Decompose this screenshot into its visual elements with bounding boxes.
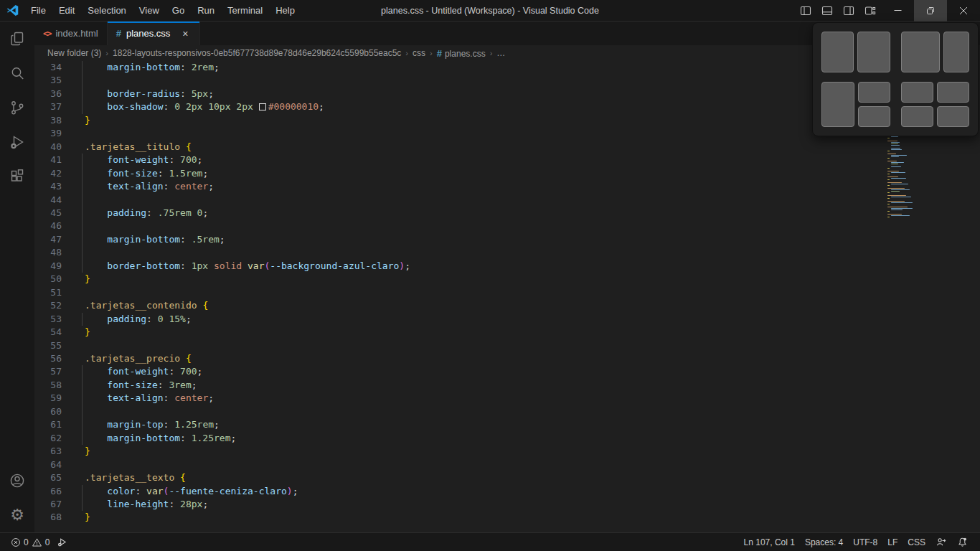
code-line-53[interactable]: 53 padding: 0 15%; bbox=[34, 313, 980, 326]
line-number: 66 bbox=[34, 485, 79, 498]
indent-guide bbox=[82, 485, 83, 498]
toggle-sidebar-button[interactable] bbox=[795, 0, 816, 22]
breadcrumb-label: … bbox=[496, 48, 505, 58]
tab-index.html[interactable]: <>index.html bbox=[34, 22, 108, 45]
code-line-64[interactable]: 64 bbox=[34, 458, 980, 471]
code-line-50[interactable]: 50} bbox=[34, 273, 980, 286]
customize-layout-button[interactable] bbox=[859, 0, 881, 22]
code-line-46[interactable]: 46 bbox=[34, 220, 980, 232]
code-line-45[interactable]: 45 padding: .75rem 0; bbox=[34, 207, 980, 220]
line-number: 65 bbox=[34, 471, 79, 484]
line-content: font-size: 3rem; bbox=[79, 379, 197, 392]
code-line-59[interactable]: 59 text-align: center; bbox=[34, 392, 980, 405]
code-line-62[interactable]: 62 margin-bottom: 1.25rem; bbox=[34, 432, 980, 445]
encoding-status[interactable]: UTF-8 bbox=[848, 534, 882, 550]
code-line-44[interactable]: 44 bbox=[34, 194, 980, 207]
code-line-58[interactable]: 58 font-size: 3rem; bbox=[34, 379, 980, 392]
run-debug-icon[interactable] bbox=[0, 125, 34, 159]
explorer-icon[interactable] bbox=[0, 22, 34, 56]
menu-edit[interactable]: Edit bbox=[52, 0, 81, 22]
problems-status[interactable]: 0 0 bbox=[7, 534, 53, 550]
code-line-56[interactable]: 56.tarjetas__precio { bbox=[34, 352, 980, 365]
code-line-42[interactable]: 42 font-size: 1.5rem; bbox=[34, 167, 980, 180]
notifications-bell-icon[interactable] bbox=[952, 534, 973, 550]
code-line-47[interactable]: 47 margin-bottom: .5rem; bbox=[34, 233, 980, 246]
indent-guide bbox=[82, 260, 83, 273]
minimap[interactable] bbox=[887, 136, 930, 218]
line-content: } bbox=[79, 445, 90, 458]
line-content: margin-bottom: .5rem; bbox=[79, 233, 225, 246]
breadcrumb-separator-icon: › bbox=[103, 49, 111, 57]
code-line-55[interactable]: 55 bbox=[34, 339, 980, 352]
toggle-panel-button[interactable] bbox=[816, 0, 838, 22]
snap-option-quad-grid[interactable] bbox=[901, 82, 970, 128]
code-line-54[interactable]: 54} bbox=[34, 326, 980, 339]
line-content: margin-top: 1.25rem; bbox=[79, 418, 220, 431]
status-bar: 0 0 Ln 107, Col 1 Spaces: 4 UTF-8 LF CSS bbox=[0, 532, 980, 551]
tab-planes.css[interactable]: #planes.css× bbox=[108, 22, 201, 45]
search-icon[interactable] bbox=[0, 56, 34, 90]
menu-file[interactable]: File bbox=[24, 0, 52, 22]
menu-selection[interactable]: Selection bbox=[81, 0, 132, 22]
source-control-icon[interactable] bbox=[0, 90, 34, 125]
code-line-51[interactable]: 51 bbox=[34, 286, 980, 299]
toggle-secondary-sidebar-button[interactable] bbox=[838, 0, 859, 22]
code-line-57[interactable]: 57 font-weight: 700; bbox=[34, 365, 980, 378]
line-content bbox=[79, 246, 85, 259]
run-status-icon[interactable] bbox=[53, 534, 72, 550]
css-file-icon: # bbox=[116, 28, 121, 39]
restore-button[interactable] bbox=[914, 0, 947, 22]
code-line-49[interactable]: 49 border-bottom: 1px solid var(--backgr… bbox=[34, 260, 980, 273]
menu-go[interactable]: Go bbox=[166, 0, 191, 22]
eol-status[interactable]: LF bbox=[882, 534, 903, 550]
extensions-icon[interactable] bbox=[0, 159, 34, 194]
line-content: border-radius: 5px; bbox=[79, 88, 214, 100]
snap-option-two-columns-equal[interactable] bbox=[821, 32, 890, 72]
line-content: } bbox=[79, 511, 90, 524]
breadcrumb-item[interactable]: New folder (3) bbox=[46, 48, 103, 58]
line-number: 55 bbox=[34, 339, 79, 352]
code-line-60[interactable]: 60 bbox=[34, 405, 980, 418]
code-line-61[interactable]: 61 margin-top: 1.25rem; bbox=[34, 418, 980, 431]
code-line-41[interactable]: 41 font-weight: 700; bbox=[34, 154, 980, 166]
code-line-43[interactable]: 43 text-align: center; bbox=[34, 180, 980, 193]
breadcrumb-item[interactable]: 1828-layouts-responsivos-0eb5f677738d89e… bbox=[111, 48, 402, 58]
tab-close-icon[interactable]: × bbox=[179, 28, 191, 39]
line-number: 54 bbox=[34, 326, 79, 339]
line-number: 36 bbox=[34, 88, 79, 100]
line-number: 67 bbox=[34, 498, 79, 511]
minimize-button[interactable] bbox=[881, 0, 914, 22]
line-content: line-height: 28px; bbox=[79, 498, 208, 511]
account-icon[interactable] bbox=[0, 463, 34, 498]
settings-gear-icon[interactable]: ⚙ bbox=[0, 498, 34, 532]
breadcrumb-item[interactable]: css bbox=[411, 48, 427, 58]
code-line-63[interactable]: 63} bbox=[34, 445, 980, 458]
snap-option-left-column-right-stacked[interactable] bbox=[821, 82, 890, 128]
line-number: 58 bbox=[34, 379, 79, 392]
indent-guide bbox=[82, 74, 83, 87]
code-line-65[interactable]: 65.tarjetas__texto { bbox=[34, 471, 980, 484]
breadcrumb-item[interactable]: #planes.css bbox=[435, 48, 487, 59]
breadcrumb-item[interactable]: … bbox=[495, 48, 507, 58]
code-line-67[interactable]: 67 line-height: 28px; bbox=[34, 498, 980, 511]
indentation-status[interactable]: Spaces: 4 bbox=[800, 534, 848, 550]
indent-guide bbox=[82, 88, 83, 100]
code-line-66[interactable]: 66 color: var(--fuente-ceniza-claro); bbox=[34, 485, 980, 498]
snap-option-two-columns-left-wide[interactable] bbox=[901, 32, 970, 72]
code-line-68[interactable]: 68} bbox=[34, 511, 980, 524]
language-mode-status[interactable]: CSS bbox=[903, 534, 930, 550]
menu-run[interactable]: Run bbox=[191, 0, 221, 22]
menu-terminal[interactable]: Terminal bbox=[221, 0, 269, 22]
line-content bbox=[79, 458, 85, 471]
breadcrumb-label: 1828-layouts-responsivos-0eb5f677738d89e… bbox=[113, 48, 401, 58]
tab-label: planes.css bbox=[126, 28, 170, 39]
code-line-52[interactable]: 52.tarjetas__contenido { bbox=[34, 299, 980, 312]
menu-view[interactable]: View bbox=[133, 0, 166, 22]
code-line-40[interactable]: 40.tarjetas__titulo { bbox=[34, 141, 980, 154]
vscode-window: FileEditSelectionViewGoRunTerminalHelp p… bbox=[0, 0, 980, 551]
cursor-position-status[interactable]: Ln 107, Col 1 bbox=[739, 534, 800, 550]
feedback-icon[interactable] bbox=[930, 534, 952, 550]
menu-help[interactable]: Help bbox=[269, 0, 301, 22]
code-line-48[interactable]: 48 bbox=[34, 246, 980, 259]
close-window-button[interactable] bbox=[947, 0, 980, 22]
